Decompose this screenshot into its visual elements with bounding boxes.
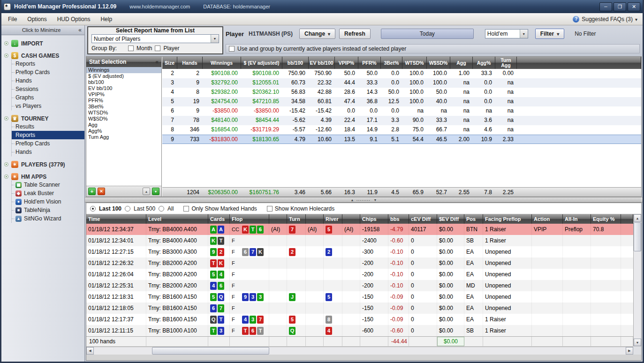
stat-option-ev-bb-100[interactable]: EV bb/100 bbox=[86, 85, 161, 91]
stats-col-3bet[interactable]: 3Bet% bbox=[381, 57, 402, 69]
hands-col-time[interactable]: Time bbox=[86, 214, 146, 224]
hands-col-turn[interactable]: Turn bbox=[287, 214, 306, 224]
stats-row[interactable]: 48$29382.00$20362.1056.8342.8828.614.350… bbox=[162, 88, 641, 97]
stat-option-vpip[interactable]: VPIP% bbox=[86, 91, 161, 98]
move-stat-down-button[interactable] bbox=[152, 188, 159, 195]
stat-option-agg[interactable]: Agg% bbox=[86, 128, 161, 134]
sidebar-section-header-tourney[interactable]: TOURNEY bbox=[1, 114, 84, 122]
sidebar-item-sessions[interactable]: Sessions bbox=[12, 85, 84, 93]
stat-option-ev-adjusted[interactable]: $ (EV adjusted) bbox=[86, 73, 161, 79]
sidebar-item-hold-em-vision[interactable]: Hold'em Vision bbox=[12, 197, 84, 206]
hands-col-ai-8[interactable] bbox=[342, 214, 360, 224]
expander-icon[interactable] bbox=[4, 174, 8, 179]
hands-col-chips[interactable]: Chips bbox=[360, 214, 388, 224]
stats-row[interactable]: 778$48140.00$8454.44-5.624.3922.417.13.3… bbox=[162, 116, 641, 125]
sidebar-section-header-players-3779[interactable]: PLAYERS (3779) bbox=[1, 160, 84, 168]
report-name-dropdown[interactable]: Number of Players bbox=[91, 34, 219, 43]
sidebar-item-results[interactable]: Results bbox=[12, 122, 84, 131]
minimize-sidebar-button[interactable]: Click to Minimize bbox=[1, 25, 84, 35]
sidebar-section-header-import[interactable]: IMPORT bbox=[1, 39, 84, 47]
stat-option-turn-agg[interactable]: Turn Agg bbox=[86, 134, 161, 140]
scrollbar-thumb[interactable] bbox=[152, 347, 269, 355]
stat-option-bb-100[interactable]: bb/100 bbox=[86, 79, 161, 85]
hands-col-cev-diff[interactable]: cEV Diff bbox=[409, 214, 437, 224]
scroll-left-icon[interactable] bbox=[86, 347, 94, 355]
stat-option-w-sd[interactable]: W$SD% bbox=[86, 116, 161, 122]
stat-option-3bet[interactable]: 3Bet% bbox=[86, 104, 161, 110]
radio-all[interactable] bbox=[159, 206, 164, 212]
hands-col-flop[interactable]: Flop bbox=[230, 214, 269, 224]
splitter-down-icon[interactable] bbox=[374, 198, 377, 202]
suggested-faqs-button[interactable]: Suggested FAQs (3) bbox=[573, 16, 641, 23]
hands-row[interactable]: 01/18/12 12:11:15Trny: BB1000 A100T3FT6T… bbox=[86, 325, 633, 336]
scroll-up-icon[interactable] bbox=[634, 214, 641, 222]
sidebar-item-reports[interactable]: Reports bbox=[12, 60, 84, 68]
stat-option-wtsd[interactable]: WTSD% bbox=[86, 110, 161, 116]
hands-col-ev-diff[interactable]: $EV Diff bbox=[437, 214, 464, 224]
sidebar-item-hands[interactable]: Hands bbox=[12, 76, 84, 85]
menu-options[interactable]: Options bbox=[22, 14, 52, 24]
expander-icon[interactable] bbox=[4, 41, 8, 45]
sidebar-item-leak-buster[interactable]: Leak Buster bbox=[12, 189, 84, 197]
hands-col-action[interactable]: Action bbox=[532, 214, 563, 224]
sidebar-section-header-cash-games[interactable]: CASH GAMES bbox=[1, 52, 84, 60]
hands-row[interactable]: 01/18/12 12:34:01Trny: BB4000 A400KTF-24… bbox=[86, 235, 633, 246]
hands-row[interactable]: 01/18/12 12:34:37Trny: BB4000 A400AACCKT… bbox=[86, 224, 633, 235]
panel-splitter[interactable] bbox=[85, 197, 643, 203]
expander-icon[interactable] bbox=[4, 116, 8, 121]
radio-last-100[interactable] bbox=[90, 206, 96, 212]
checkbox-show-known-holecards[interactable] bbox=[267, 206, 273, 212]
menu-hud-options[interactable]: HUD Options bbox=[52, 14, 96, 24]
close-window-icon[interactable] bbox=[628, 2, 640, 11]
stats-row[interactable]: 8346$16854.00-$31719.29-5.57-12.6018.414… bbox=[162, 125, 641, 135]
stats-col-turn-agg[interactable]: Turn Agg bbox=[495, 57, 517, 69]
stats-col-w-sd[interactable]: W$SD% bbox=[427, 57, 450, 69]
active-players-checkbox[interactable] bbox=[229, 46, 235, 52]
hands-row[interactable]: 01/18/12 12:17:37Trny: BB1600 A150QTF437… bbox=[86, 314, 633, 325]
hands-col-cards[interactable]: Cards bbox=[208, 214, 230, 224]
hands-col-facing-preflop[interactable]: Facing Preflop bbox=[483, 214, 532, 224]
sidebar-item-preflop-cards[interactable]: Preflop Cards bbox=[12, 68, 84, 76]
scrollbar-thumb[interactable] bbox=[634, 222, 641, 251]
refresh-button[interactable]: Refresh bbox=[339, 29, 371, 39]
hands-col-equity[interactable]: Equity % bbox=[591, 214, 621, 224]
expander-icon[interactable] bbox=[4, 162, 8, 166]
sidebar-item-vs-players[interactable]: vs Players bbox=[12, 102, 84, 110]
hands-col-river[interactable]: River bbox=[324, 214, 342, 224]
stats-col-agg[interactable]: Agg% bbox=[473, 57, 495, 69]
today-button[interactable]: Today bbox=[381, 29, 474, 39]
hands-col-bbs[interactable]: bbs bbox=[388, 214, 409, 224]
group-by-checkbox-month[interactable] bbox=[128, 45, 134, 51]
stats-col-agg[interactable]: Agg bbox=[450, 57, 473, 69]
hands-row[interactable]: 01/18/12 12:18:05Trny: BB1600 A15067F-15… bbox=[86, 302, 633, 314]
hands-row[interactable]: 01/18/12 12:26:04Trny: BB2000 A20054F-20… bbox=[86, 269, 633, 280]
splitter-up-icon[interactable] bbox=[350, 198, 354, 202]
hands-col-ai-4[interactable] bbox=[269, 214, 287, 224]
stats-col-hands[interactable]: Hands bbox=[177, 57, 203, 69]
hands-row[interactable]: 01/18/12 12:26:32Trny: BB2000 A200TKF-20… bbox=[86, 257, 633, 269]
sidebar-item-table-scanner[interactable]: Table Scanner bbox=[12, 181, 84, 189]
group-by-checkbox-player[interactable] bbox=[155, 45, 160, 51]
stats-col-ev-adjusted[interactable]: $ (EV adjusted) bbox=[241, 57, 282, 69]
stat-option-pfr[interactable]: PFR% bbox=[86, 98, 161, 104]
radio-last-500[interactable] bbox=[125, 206, 130, 212]
hands-col-ai-6[interactable] bbox=[306, 214, 324, 224]
hands-row[interactable]: 01/18/12 12:27:15Trny: BB3000 A30092F67K… bbox=[86, 246, 633, 257]
stats-col-vpip[interactable]: VPIP% bbox=[335, 57, 358, 69]
add-stat-button[interactable] bbox=[88, 188, 96, 195]
hands-col-level[interactable]: Level bbox=[146, 214, 208, 224]
vertical-scrollbar[interactable] bbox=[633, 214, 641, 346]
stats-row[interactable]: 39$32792.00$12055.0160.7322.3244.433.30.… bbox=[162, 78, 641, 88]
minimize-window-icon[interactable] bbox=[599, 2, 612, 11]
sidebar-item-preflop-cards[interactable]: Preflop Cards bbox=[12, 139, 84, 148]
hands-row[interactable]: 01/18/12 12:18:31Trny: BB1600 A1505QF933… bbox=[86, 291, 633, 302]
splitter-grip[interactable] bbox=[356, 199, 371, 201]
stats-col-size[interactable]: Size bbox=[162, 57, 177, 69]
move-stat-up-button[interactable] bbox=[143, 188, 150, 195]
stats-col-pfr[interactable]: PFR% bbox=[358, 57, 381, 69]
sidebar-item-sitngo-wizard[interactable]: SitNGo Wizard bbox=[12, 214, 84, 223]
menu-file[interactable]: File bbox=[3, 14, 22, 24]
checkbox-only-show-marked-hands[interactable] bbox=[183, 206, 189, 212]
sidebar-item-graphs[interactable]: Graphs bbox=[12, 93, 84, 102]
stats-row[interactable]: 519$24754.00$47210.8534.5860.8147.436.81… bbox=[162, 97, 641, 106]
